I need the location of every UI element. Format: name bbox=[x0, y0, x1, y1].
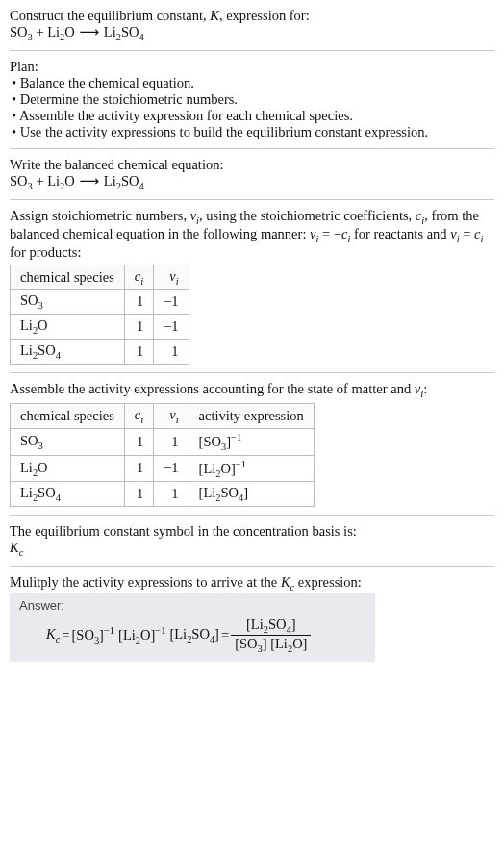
divider bbox=[10, 515, 494, 516]
col-nui: νi bbox=[154, 265, 189, 290]
assemble-section: Assemble the activity expressions accoun… bbox=[10, 381, 494, 507]
divider bbox=[10, 50, 494, 51]
cell-activity: [Li2SO4] bbox=[189, 482, 314, 507]
reactant-li2o: Li2O bbox=[47, 173, 75, 189]
reaction-arrow-icon: ⟶ bbox=[75, 24, 104, 39]
divider bbox=[10, 566, 494, 567]
balanced-section: Write the balanced chemical equation: SO… bbox=[10, 157, 494, 191]
balanced-intro: Write the balanced chemical equation: bbox=[10, 157, 494, 173]
cell-ci: 1 bbox=[124, 315, 153, 340]
product-li2so4: Li2SO4 bbox=[104, 24, 144, 39]
table-header-row: chemical species ci νi bbox=[11, 265, 189, 290]
col-ci: ci bbox=[124, 404, 153, 429]
cell-species: Li2SO4 bbox=[11, 482, 125, 507]
product-li2so4: Li2SO4 bbox=[104, 173, 144, 189]
col-species: chemical species bbox=[11, 265, 125, 290]
cell-species: Li2O bbox=[11, 455, 125, 482]
col-ci: ci bbox=[124, 265, 153, 290]
cell-nui: 1 bbox=[154, 340, 189, 365]
cell-activity: [Li2O]−1 bbox=[189, 455, 314, 482]
cell-ci: 1 bbox=[124, 455, 153, 482]
symbol-text: The equilibrium constant symbol in the c… bbox=[10, 523, 494, 540]
symbol-kc: Kc bbox=[10, 540, 494, 558]
activity-table: chemical species ci νi activity expressi… bbox=[10, 403, 315, 507]
plan-section: Plan: • Balance the chemical equation. •… bbox=[10, 59, 494, 140]
cell-activity: [SO3]−1 bbox=[189, 428, 314, 455]
col-nui: νi bbox=[154, 404, 189, 429]
cell-species: SO3 bbox=[11, 290, 125, 315]
col-species: chemical species bbox=[11, 404, 125, 429]
prompt-text-2: , expression for: bbox=[219, 8, 310, 23]
cell-nui: −1 bbox=[154, 290, 189, 315]
reactant-so3: SO3 bbox=[10, 24, 33, 39]
cell-ci: 1 bbox=[124, 340, 153, 365]
plus-1: + bbox=[33, 24, 47, 39]
table-row: SO3 1 −1 bbox=[11, 290, 189, 315]
term-li2so4: [Li2SO4] bbox=[169, 626, 219, 644]
cell-nui: −1 bbox=[154, 455, 189, 482]
prompt-line1: Construct the equilibrium constant, K, e… bbox=[10, 8, 494, 24]
reaction-arrow-icon: ⟶ bbox=[75, 173, 104, 189]
cell-ci: 1 bbox=[124, 290, 153, 315]
prompt-text-1: Construct the equilibrium constant, bbox=[10, 8, 210, 23]
cell-nui: 1 bbox=[154, 482, 189, 507]
prompt-K: K bbox=[210, 8, 219, 23]
cell-ci: 1 bbox=[124, 428, 153, 455]
table-row: SO3 1 −1 [SO3]−1 bbox=[11, 428, 315, 455]
cell-nui: −1 bbox=[154, 428, 189, 455]
answer-box: Answer: Kc = [SO3]−1 [Li2O]−1 [Li2SO4] =… bbox=[10, 593, 375, 662]
assign-section: Assign stoichiometric numbers, νi, using… bbox=[10, 208, 494, 365]
table-row: Li2O 1 −1 bbox=[11, 315, 189, 340]
plan-item-2: • Determine the stoichiometric numbers. bbox=[12, 91, 494, 108]
multiply-section: Mulitply the activity expressions to arr… bbox=[10, 574, 494, 662]
equals-1: = bbox=[62, 627, 69, 644]
kc-symbol: Kc bbox=[46, 626, 60, 644]
table-row: Li2SO4 1 1 [Li2SO4] bbox=[11, 482, 315, 507]
prompt-section: Construct the equilibrium constant, K, e… bbox=[10, 8, 494, 42]
cell-ci: 1 bbox=[124, 482, 153, 507]
term-so3-inv: [SO3]−1 bbox=[72, 625, 115, 645]
prompt-equation: SO3 + Li2O ⟶ Li2SO4 bbox=[10, 24, 494, 42]
term-li2o-inv: [Li2O]−1 bbox=[118, 625, 165, 645]
assemble-text: Assemble the activity expressions accoun… bbox=[10, 381, 494, 399]
table-row: Li2SO4 1 1 bbox=[11, 340, 189, 365]
symbol-section: The equilibrium constant symbol in the c… bbox=[10, 523, 494, 558]
reactant-so3: SO3 bbox=[10, 173, 33, 189]
reactant-li2o: Li2O bbox=[47, 24, 75, 39]
equals-2: = bbox=[221, 627, 229, 644]
divider bbox=[10, 372, 494, 373]
cell-species: SO3 bbox=[11, 428, 125, 455]
fraction: [Li2SO4] [SO3] [Li2O] bbox=[231, 617, 311, 654]
fraction-numerator: [Li2SO4] bbox=[231, 617, 311, 636]
cell-nui: −1 bbox=[154, 315, 189, 340]
plan-item-3: • Assemble the activity expression for e… bbox=[12, 108, 494, 124]
cell-species: Li2O bbox=[11, 315, 125, 340]
plus-2: + bbox=[33, 173, 47, 189]
assign-text: Assign stoichiometric numbers, νi, using… bbox=[10, 208, 494, 261]
divider bbox=[10, 199, 494, 200]
answer-equation: Kc = [SO3]−1 [Li2O]−1 [Li2SO4] = [Li2SO4… bbox=[46, 617, 365, 654]
balanced-equation: SO3 + Li2O ⟶ Li2SO4 bbox=[10, 173, 494, 191]
multiply-text: Mulitply the activity expressions to arr… bbox=[10, 574, 494, 593]
fraction-denominator: [SO3] [Li2O] bbox=[231, 636, 311, 654]
table-row: Li2O 1 −1 [Li2O]−1 bbox=[11, 455, 315, 482]
col-activity: activity expression bbox=[189, 404, 314, 429]
table-header-row: chemical species ci νi activity expressi… bbox=[11, 404, 315, 429]
plan-item-1: • Balance the chemical equation. bbox=[12, 75, 494, 91]
plan-title: Plan: bbox=[10, 59, 494, 75]
plan-item-4: • Use the activity expressions to build … bbox=[12, 124, 494, 140]
cell-species: Li2SO4 bbox=[11, 340, 125, 365]
stoichiometry-table-1: chemical species ci νi SO3 1 −1 Li2O 1 −… bbox=[10, 265, 189, 366]
divider bbox=[10, 148, 494, 149]
answer-label: Answer: bbox=[19, 598, 365, 613]
